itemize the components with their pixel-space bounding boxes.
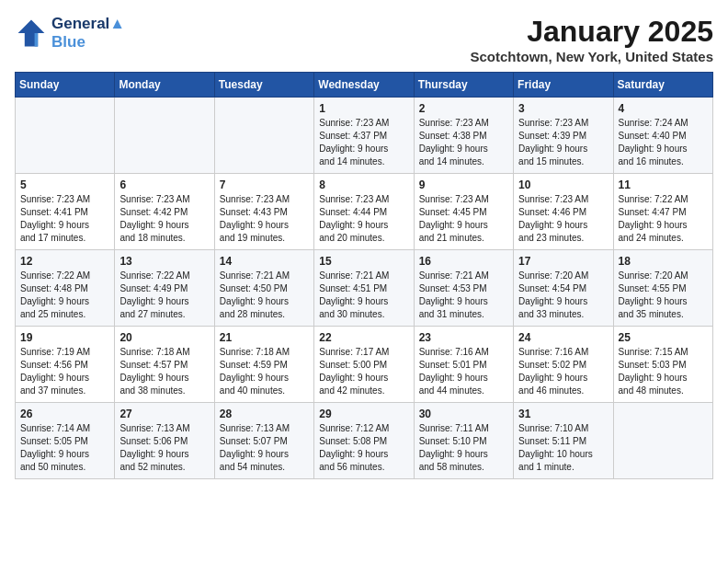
day-number: 19 (20, 331, 109, 344)
day-info: Sunrise: 7:23 AM Sunset: 4:38 PM Dayligh… (419, 117, 508, 168)
day-info: Sunrise: 7:10 AM Sunset: 5:11 PM Dayligh… (518, 422, 608, 474)
title-block: January 2025 Scotchtown, New York, Unite… (471, 15, 714, 64)
calendar-cell: 24Sunrise: 7:16 AM Sunset: 5:02 PM Dayli… (514, 327, 613, 403)
day-header-monday: Monday (115, 73, 214, 98)
week-row-1: 1Sunrise: 7:23 AM Sunset: 4:37 PM Daylig… (16, 98, 713, 174)
day-info: Sunrise: 7:21 AM Sunset: 4:50 PM Dayligh… (220, 270, 309, 321)
calendar-cell: 15Sunrise: 7:21 AM Sunset: 4:51 PM Dayli… (314, 250, 414, 327)
day-number: 12 (20, 255, 109, 268)
day-info: Sunrise: 7:14 AM Sunset: 5:05 PM Dayligh… (20, 422, 109, 474)
day-info: Sunrise: 7:20 AM Sunset: 4:54 PM Dayligh… (518, 270, 608, 321)
svg-marker-0 (18, 19, 45, 46)
day-number: 14 (220, 255, 309, 268)
day-info: Sunrise: 7:11 AM Sunset: 5:10 PM Dayligh… (419, 422, 508, 474)
week-row-2: 5Sunrise: 7:23 AM Sunset: 4:41 PM Daylig… (16, 174, 713, 250)
calendar-table: SundayMondayTuesdayWednesdayThursdayFrid… (15, 72, 713, 479)
calendar-cell: 9Sunrise: 7:23 AM Sunset: 4:45 PM Daylig… (414, 174, 513, 250)
calendar-cell: 11Sunrise: 7:22 AM Sunset: 4:47 PM Dayli… (613, 174, 712, 250)
day-info: Sunrise: 7:18 AM Sunset: 4:57 PM Dayligh… (119, 346, 209, 397)
calendar-cell: 25Sunrise: 7:15 AM Sunset: 5:03 PM Dayli… (613, 327, 712, 403)
day-number: 31 (518, 408, 608, 420)
calendar-cell: 6Sunrise: 7:23 AM Sunset: 4:42 PM Daylig… (115, 174, 214, 250)
calendar-cell: 10Sunrise: 7:23 AM Sunset: 4:46 PM Dayli… (514, 174, 613, 250)
day-number: 20 (119, 331, 209, 344)
day-info: Sunrise: 7:22 AM Sunset: 4:49 PM Dayligh… (119, 270, 209, 321)
day-header-thursday: Thursday (414, 73, 513, 98)
day-number: 27 (119, 408, 209, 420)
logo-icon (15, 17, 48, 50)
day-number: 22 (319, 331, 408, 344)
calendar-cell: 16Sunrise: 7:21 AM Sunset: 4:53 PM Dayli… (414, 250, 513, 327)
calendar-cell: 14Sunrise: 7:21 AM Sunset: 4:50 PM Dayli… (214, 250, 313, 327)
calendar-cell: 12Sunrise: 7:22 AM Sunset: 4:48 PM Dayli… (16, 250, 115, 327)
calendar-cell: 21Sunrise: 7:18 AM Sunset: 4:59 PM Dayli… (214, 327, 313, 403)
calendar-cell: 29Sunrise: 7:12 AM Sunset: 5:08 PM Dayli… (314, 403, 414, 479)
day-number: 5 (20, 178, 109, 191)
day-info: Sunrise: 7:23 AM Sunset: 4:46 PM Dayligh… (518, 193, 608, 245)
calendar-cell: 3Sunrise: 7:23 AM Sunset: 4:39 PM Daylig… (514, 98, 613, 174)
calendar-cell: 22Sunrise: 7:17 AM Sunset: 5:00 PM Dayli… (314, 327, 414, 403)
day-info: Sunrise: 7:23 AM Sunset: 4:45 PM Dayligh… (419, 193, 508, 245)
day-number: 2 (419, 102, 508, 115)
day-info: Sunrise: 7:19 AM Sunset: 4:56 PM Dayligh… (20, 346, 109, 397)
calendar-cell: 26Sunrise: 7:14 AM Sunset: 5:05 PM Dayli… (16, 403, 115, 479)
day-number: 6 (119, 178, 209, 191)
day-info: Sunrise: 7:21 AM Sunset: 4:51 PM Dayligh… (319, 270, 408, 321)
day-number: 17 (518, 255, 608, 268)
day-number: 16 (419, 255, 508, 268)
week-row-5: 26Sunrise: 7:14 AM Sunset: 5:05 PM Dayli… (16, 403, 713, 479)
calendar-cell: 1Sunrise: 7:23 AM Sunset: 4:37 PM Daylig… (314, 98, 414, 174)
calendar-cell: 19Sunrise: 7:19 AM Sunset: 4:56 PM Dayli… (16, 327, 115, 403)
calendar-cell: 28Sunrise: 7:13 AM Sunset: 5:07 PM Dayli… (214, 403, 313, 479)
day-number: 26 (20, 408, 109, 420)
day-info: Sunrise: 7:23 AM Sunset: 4:44 PM Dayligh… (319, 193, 408, 245)
week-row-3: 12Sunrise: 7:22 AM Sunset: 4:48 PM Dayli… (16, 250, 713, 327)
calendar-cell: 13Sunrise: 7:22 AM Sunset: 4:49 PM Dayli… (115, 250, 214, 327)
calendar-cell: 17Sunrise: 7:20 AM Sunset: 4:54 PM Dayli… (514, 250, 613, 327)
day-info: Sunrise: 7:16 AM Sunset: 5:01 PM Dayligh… (419, 346, 508, 397)
day-number: 25 (619, 331, 708, 344)
day-number: 4 (619, 102, 708, 115)
day-info: Sunrise: 7:13 AM Sunset: 5:07 PM Dayligh… (220, 422, 309, 474)
calendar-cell: 5Sunrise: 7:23 AM Sunset: 4:41 PM Daylig… (16, 174, 115, 250)
day-number: 23 (419, 331, 508, 344)
day-info: Sunrise: 7:12 AM Sunset: 5:08 PM Dayligh… (319, 422, 408, 474)
day-info: Sunrise: 7:13 AM Sunset: 5:06 PM Dayligh… (119, 422, 209, 474)
day-info: Sunrise: 7:23 AM Sunset: 4:42 PM Dayligh… (119, 193, 209, 245)
calendar-cell: 18Sunrise: 7:20 AM Sunset: 4:55 PM Dayli… (613, 250, 712, 327)
calendar-cell: 4Sunrise: 7:24 AM Sunset: 4:40 PM Daylig… (613, 98, 712, 174)
day-info: Sunrise: 7:15 AM Sunset: 5:03 PM Dayligh… (619, 346, 708, 397)
calendar-cell: 31Sunrise: 7:10 AM Sunset: 5:11 PM Dayli… (514, 403, 613, 479)
day-number: 18 (619, 255, 708, 268)
day-header-saturday: Saturday (613, 73, 712, 98)
day-header-friday: Friday (514, 73, 613, 98)
day-info: Sunrise: 7:22 AM Sunset: 4:47 PM Dayligh… (619, 193, 708, 245)
day-number: 7 (220, 178, 309, 191)
logo: General▲ Blue (15, 15, 125, 51)
day-number: 13 (119, 255, 209, 268)
day-number: 11 (619, 178, 708, 191)
day-number: 9 (419, 178, 508, 191)
day-info: Sunrise: 7:17 AM Sunset: 5:00 PM Dayligh… (319, 346, 408, 397)
calendar-cell: 30Sunrise: 7:11 AM Sunset: 5:10 PM Dayli… (414, 403, 513, 479)
logo-text: General▲ Blue (51, 15, 125, 51)
calendar-cell: 23Sunrise: 7:16 AM Sunset: 5:01 PM Dayli… (414, 327, 513, 403)
day-header-sunday: Sunday (16, 73, 115, 98)
calendar-cell: 7Sunrise: 7:23 AM Sunset: 4:43 PM Daylig… (214, 174, 313, 250)
day-number: 24 (518, 331, 608, 344)
day-info: Sunrise: 7:23 AM Sunset: 4:43 PM Dayligh… (220, 193, 309, 245)
days-header-row: SundayMondayTuesdayWednesdayThursdayFrid… (16, 73, 713, 98)
day-info: Sunrise: 7:18 AM Sunset: 4:59 PM Dayligh… (220, 346, 309, 397)
day-number: 28 (220, 408, 309, 420)
calendar-cell (613, 403, 712, 479)
calendar-cell: 2Sunrise: 7:23 AM Sunset: 4:38 PM Daylig… (414, 98, 513, 174)
calendar-cell (16, 98, 115, 174)
day-number: 1 (319, 102, 408, 115)
day-info: Sunrise: 7:24 AM Sunset: 4:40 PM Dayligh… (619, 117, 708, 168)
day-number: 30 (419, 408, 508, 420)
calendar-cell: 20Sunrise: 7:18 AM Sunset: 4:57 PM Dayli… (115, 327, 214, 403)
day-info: Sunrise: 7:23 AM Sunset: 4:39 PM Dayligh… (518, 117, 608, 168)
day-info: Sunrise: 7:22 AM Sunset: 4:48 PM Dayligh… (20, 270, 109, 321)
calendar-cell: 27Sunrise: 7:13 AM Sunset: 5:06 PM Dayli… (115, 403, 214, 479)
day-number: 8 (319, 178, 408, 191)
